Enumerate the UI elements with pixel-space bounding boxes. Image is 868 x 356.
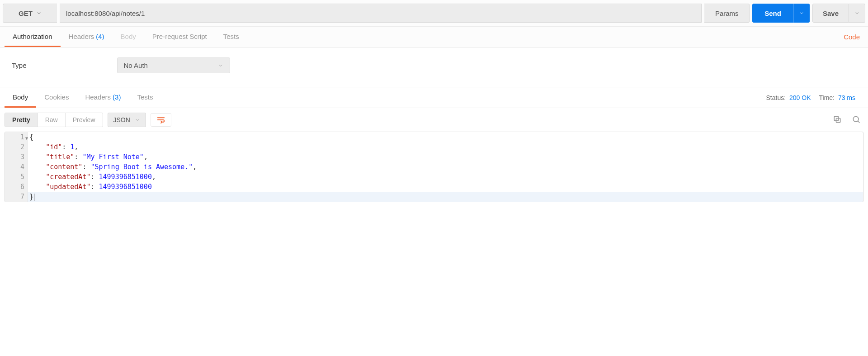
view-raw[interactable]: Raw [38, 113, 66, 127]
svg-point-2 [853, 116, 859, 122]
code-content: "id": 1, [28, 142, 863, 152]
request-tabs: Authorization Headers (4) Body Pre-reque… [0, 27, 868, 47]
tab-authorization[interactable]: Authorization [5, 27, 61, 47]
resp-tab-headers-label: Headers [85, 93, 111, 101]
response-time: Time: 73 ms [819, 94, 856, 101]
copy-button[interactable] [830, 113, 844, 127]
tab-headers-label: Headers [69, 33, 94, 40]
auth-type-label: Type [12, 62, 27, 69]
response-time-value: 73 ms [838, 94, 855, 101]
resp-tab-body[interactable]: Body [5, 87, 36, 108]
code-content: { [28, 132, 863, 142]
wrap-lines-button[interactable] [151, 113, 171, 127]
save-button[interactable]: Save [812, 4, 849, 23]
line-number: 6 [5, 182, 28, 192]
tab-body[interactable]: Body [113, 27, 144, 47]
auth-panel: Type No Auth [0, 47, 868, 87]
text-cursor [34, 194, 34, 201]
send-button-group: Send [752, 4, 810, 23]
auth-type-selected: No Auth [124, 62, 148, 69]
line-number: 5 [5, 172, 28, 182]
code-content: "title": "My First Note", [28, 152, 863, 162]
line-number: 4 [5, 162, 28, 172]
save-button-group: Save [812, 4, 865, 23]
view-mode-toggle: Pretty Raw Preview [5, 113, 103, 127]
code-content: "content": "Spring Boot is Awesome.", [28, 162, 863, 172]
tab-headers[interactable]: Headers (4) [61, 27, 113, 47]
response-status: Status: 200 OK [766, 94, 811, 101]
request-bar: GET Params Send Save [0, 0, 868, 27]
response-body[interactable]: 1 ▼ { 2 "id": 1, 3 "title": "My First No… [5, 132, 863, 202]
code-content: } [28, 192, 863, 202]
response-tabs: Body Cookies Headers (3) Tests Status: 2… [0, 87, 868, 108]
chevron-down-icon [799, 10, 804, 16]
wrap-icon [156, 116, 165, 123]
language-select[interactable]: JSON [108, 113, 146, 127]
chevron-down-icon [36, 10, 42, 16]
method-dropdown[interactable]: GET [3, 4, 57, 23]
send-dropdown[interactable] [793, 4, 810, 23]
code-content: "updatedAt": 1499396851000 [28, 182, 863, 192]
tab-prerequest[interactable]: Pre-request Script [144, 27, 215, 47]
response-status-value: 200 OK [789, 94, 811, 101]
chevron-down-icon [854, 10, 860, 16]
line-number: 3 [5, 152, 28, 162]
params-button[interactable]: Params [704, 4, 750, 23]
method-label: GET [19, 9, 33, 17]
resp-tab-headers[interactable]: Headers (3) [77, 87, 129, 108]
resp-tab-headers-count: (3) [113, 93, 121, 101]
code-link[interactable]: Code [840, 33, 863, 41]
tab-headers-count: (4) [96, 33, 104, 40]
body-toolbar: Pretty Raw Preview JSON [0, 108, 868, 132]
resp-tab-tests[interactable]: Tests [129, 87, 161, 108]
tab-tests[interactable]: Tests [215, 27, 247, 47]
save-dropdown[interactable] [849, 4, 865, 23]
line-number: 2 [5, 142, 28, 152]
code-content: "createdAt": 1499396851000, [28, 172, 863, 182]
copy-icon [833, 115, 842, 124]
search-button[interactable] [849, 113, 863, 127]
view-preview[interactable]: Preview [66, 113, 103, 127]
response-time-label: Time: [819, 94, 835, 101]
response-status-label: Status: [766, 94, 786, 101]
chevron-down-icon [135, 117, 140, 123]
url-input[interactable] [60, 4, 702, 23]
line-number: 7 [5, 192, 28, 202]
line-number: 1 ▼ [5, 132, 28, 142]
auth-type-select[interactable]: No Auth [117, 57, 230, 73]
chevron-down-icon [218, 63, 223, 68]
resp-tab-cookies[interactable]: Cookies [36, 87, 77, 108]
view-pretty[interactable]: Pretty [5, 113, 38, 127]
search-icon [852, 115, 861, 124]
send-button[interactable]: Send [752, 4, 793, 23]
language-label: JSON [113, 116, 130, 123]
